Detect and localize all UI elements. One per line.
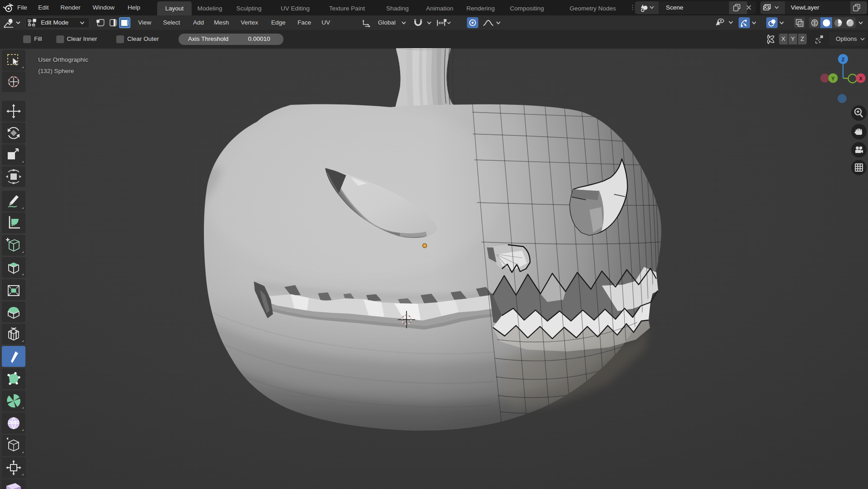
svg-text:Z: Z <box>842 57 845 62</box>
svg-text:X: X <box>859 76 863 81</box>
svg-text:Y: Y <box>831 76 835 81</box>
